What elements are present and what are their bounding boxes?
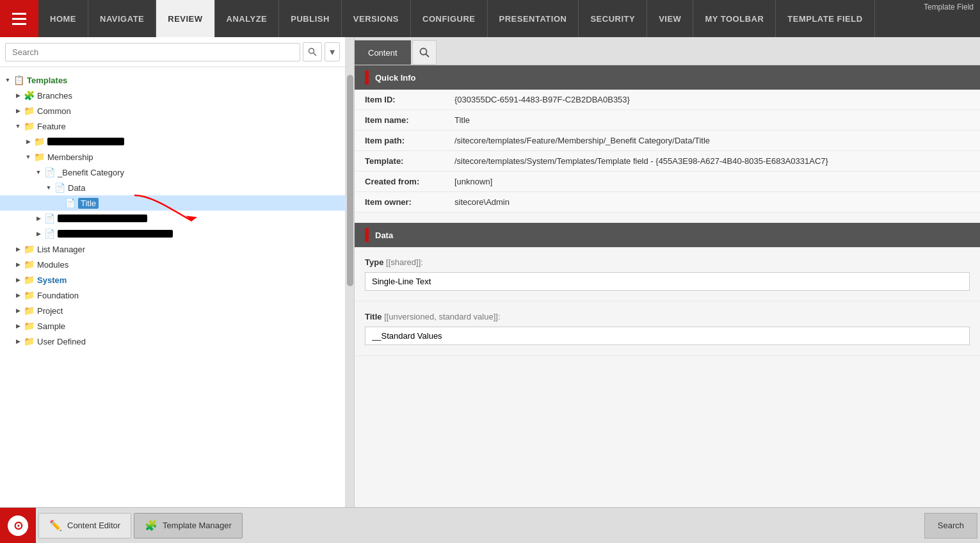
tree-item-branches[interactable]: 🧩 Branches [0,88,345,103]
tree-arrow-redacted1[interactable] [23,136,33,147]
tree-arrow-modules[interactable] [13,259,23,270]
list-manager-icon: 📁 [23,243,35,255]
tree-arrow-common[interactable] [13,106,23,116]
tree-item-title[interactable]: 📄 Title [0,195,345,211]
sample-label: Sample [37,321,65,331]
content-area: Content Quick Info Item ID: {030355DC-65… [355,37,980,507]
info-row-item-path: Item path: /sitecore/templates/Feature/M… [355,131,980,151]
tree-item-membership[interactable]: 📁 Membership [0,149,345,165]
search-input[interactable] [5,43,300,61]
tree-arrow-benefit-category[interactable] [33,167,44,177]
template-field-header-label: Template Field [917,0,980,14]
nav-template-field[interactable]: TEMPLATE FIELD [776,0,874,37]
tree-arrow-redacted2[interactable] [33,213,44,223]
benefit-category-label: _Benefit Category [58,168,124,177]
tree-item-benefit-category[interactable]: 📄 _Benefit Category [0,165,345,180]
tree-arrow-sample[interactable] [13,321,23,331]
membership-icon: 📁 [33,151,45,163]
item-name-value: Title [454,115,970,125]
taskbar-search-button[interactable]: Search [924,513,977,539]
content-editor-label: Content Editor [67,521,120,530]
tree-item-modules[interactable]: 📁 Modules [0,257,345,272]
template-manager-button[interactable]: 🧩 Template Manager [134,513,243,539]
tree-item-project[interactable]: 📁 Project [0,303,345,318]
foundation-label: Foundation [37,291,79,300]
tree-item-foundation[interactable]: 📁 Foundation [0,288,345,303]
tree-item-system[interactable]: 📁 System [0,272,345,288]
foundation-icon: 📁 [23,289,35,301]
item-path-label: Item path: [365,136,454,145]
search-dropdown-button[interactable]: ▼ [325,42,340,61]
hamburger-menu-button[interactable] [0,0,38,37]
tab-content-label: Content [368,48,398,58]
data-section-title: Data [375,231,393,240]
tree-arrow-redacted3[interactable] [33,229,44,239]
tree-arrow-project[interactable] [13,305,23,316]
benefit-category-icon: 📄 [44,166,55,178]
feature-icon: 📁 [23,120,35,132]
info-row-item-owner: Item owner: sitecore\Admin [355,192,980,213]
template-label: Template: [365,156,454,166]
nav-configure[interactable]: CONFIGURE [411,0,488,37]
sidebar-scrollbar-thumb [347,75,353,286]
tree-arrow-system[interactable] [13,275,23,285]
tree-item-redacted1[interactable]: 📁 [0,134,345,149]
info-row-created-from: Created from: [unknown] [355,172,980,192]
svg-line-4 [426,54,429,57]
nav-navigate[interactable]: NAVIGATE [88,0,156,37]
redacted1-icon: 📁 [33,136,45,147]
nav-analyze[interactable]: ANALYZE [215,0,280,37]
tree-arrow-membership[interactable] [23,152,33,162]
sitecore-logo-button[interactable]: ⊙ [0,508,36,544]
tree-item-templates[interactable]: 📋 Templates [0,72,345,88]
nav-publish[interactable]: PUBLISH [279,0,342,37]
tree-arrow-list-manager[interactable] [13,244,23,254]
branches-icon: 🧩 [23,90,35,101]
tree-item-feature[interactable]: 📁 Feature [0,118,345,134]
tree-item-user-defined[interactable]: 📁 User Defined [0,334,345,349]
tree-item-common[interactable]: 📁 Common [0,103,345,118]
tree-item-list-manager[interactable]: 📁 List Manager [0,241,345,257]
tree-arrow-feature[interactable] [13,121,23,131]
nav-view[interactable]: VIEW [647,0,693,37]
pencil-icon: ✏️ [49,519,62,531]
type-field-label: Type [[shared]]: [365,257,970,267]
project-label: Project [37,306,63,316]
tree-container[interactable]: 📋 Templates 🧩 Branches 📁 Common 📁 Featur… [0,67,345,507]
nav-home[interactable]: HOME [38,0,88,37]
nav-versions[interactable]: VERSIONS [342,0,411,37]
tree-arrow-data[interactable] [44,182,54,193]
common-label: Common [37,106,71,116]
search-button[interactable] [303,42,322,61]
title-label: Title [78,198,99,209]
content-search-icon [419,47,430,58]
nav-items: HOME NAVIGATE REVIEW ANALYZE PUBLISH VER… [38,0,980,37]
tree-item-sample[interactable]: 📁 Sample [0,318,345,334]
tab-content[interactable]: Content [355,40,411,65]
nav-my-toolbar[interactable]: MY TOOLBAR [693,0,776,37]
item-id-value: {030355DC-6591-4483-B97F-C2B2DBA0B353} [454,95,970,104]
tree-arrow-user-defined[interactable] [13,336,23,346]
type-field-input[interactable] [365,272,970,291]
common-icon: 📁 [23,105,35,117]
nav-review[interactable]: REVIEW [156,0,214,37]
tree-arrow-foundation[interactable] [13,290,23,300]
taskbar-search-area: Search [924,513,980,539]
tree-item-redacted3[interactable]: 📄 [0,226,345,241]
nav-presentation[interactable]: PRESENTATION [488,0,579,37]
item-owner-label: Item owner: [365,197,454,207]
sidebar-scrollbar[interactable] [346,37,355,507]
tab-search-icon-btn[interactable] [412,40,437,65]
tree-arrow-templates[interactable] [3,75,13,85]
title-field-input[interactable] [365,327,970,345]
nav-security[interactable]: SECURITY [579,0,647,37]
redacted2-label [58,215,147,222]
tree-arrow-branches[interactable] [13,90,23,101]
redacted1-label [47,138,124,145]
sitecore-icon: ⊙ [8,515,28,536]
type-field-group: Type [[shared]]: [355,247,980,302]
title-field-label: Title [[unversioned, standard value]]: [365,312,970,321]
tree-item-redacted2[interactable]: 📄 [0,211,345,226]
content-editor-button[interactable]: ✏️ Content Editor [38,513,131,539]
tree-item-data[interactable]: 📄 Data [0,180,345,195]
